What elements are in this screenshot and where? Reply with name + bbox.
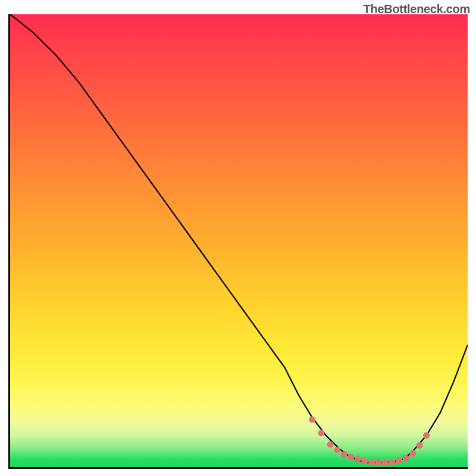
marker-dot [341,451,347,458]
marker-dot [416,442,423,449]
marker-dot [375,459,382,466]
bottleneck-curve [10,14,468,462]
marker-dot [403,455,409,461]
marker-dot [389,459,396,465]
chart-container: TheBottleneck.com [0,0,476,476]
marker-dot [327,441,334,447]
optimal-range-dots [309,416,430,466]
marker-dot [309,416,315,423]
marker-dot [382,459,389,466]
marker-dot [361,458,368,465]
plot-area [8,14,468,469]
marker-dot [318,430,324,436]
marker-dot [368,459,375,465]
curve-layer [10,14,468,467]
marker-dot [334,447,340,453]
marker-dot [409,450,416,457]
marker-dot [347,454,354,461]
marker-dot [423,432,430,439]
marker-dot [355,456,361,463]
marker-dot [396,458,402,464]
